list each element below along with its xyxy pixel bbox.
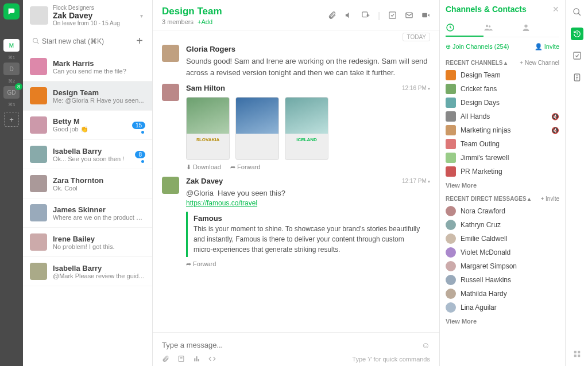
conversation-item[interactable]: Zara Thornton Ok. Cool: [23, 169, 152, 198]
workspace-shortcut: ⌘1: [8, 55, 15, 60]
mail-icon[interactable]: [405, 11, 413, 20]
audio-icon[interactable]: [345, 11, 353, 20]
join-channels-link[interactable]: ⊕ Join Channels (254): [446, 43, 509, 50]
forward-button[interactable]: ➦ Forward: [230, 163, 260, 171]
add-app-icon[interactable]: [361, 11, 370, 20]
avatar[interactable]: [162, 84, 179, 101]
poll-icon[interactable]: [193, 355, 200, 363]
channel-item[interactable]: All Hands 🔇: [446, 110, 559, 123]
conversation-item[interactable]: James Skinner Where are we on the produc…: [23, 198, 152, 228]
app-logo[interactable]: [3, 3, 20, 20]
channel-item[interactable]: Cricket fans: [446, 82, 559, 96]
conversation-item[interactable]: Isabella Barry Ok... See you soon then !…: [23, 140, 152, 169]
add-member-link[interactable]: +Add: [198, 18, 212, 25]
conversation-preview: Ok. Cool: [53, 185, 145, 192]
tab-people[interactable]: [521, 20, 559, 37]
svg-line-1: [37, 42, 38, 44]
tab-recent[interactable]: [446, 20, 483, 37]
conversation-item[interactable]: Mark Harris Can you send me the file?: [23, 52, 152, 81]
date-divider: TODAY: [403, 33, 430, 41]
todo-icon[interactable]: [388, 11, 397, 20]
message-text: Sounds good! Sam and Irene are working o…: [186, 56, 430, 78]
channel-item[interactable]: Jimmi's farewell: [446, 151, 559, 165]
channel-item[interactable]: PR Marketing: [446, 165, 559, 178]
tasks-icon[interactable]: [571, 49, 583, 62]
svg-point-16: [489, 25, 490, 27]
conversation-item[interactable]: Isabella Barry @Mark Please review the g…: [23, 257, 152, 286]
conversation-item[interactable]: Irene Bailey No problem! I got this.: [23, 228, 152, 257]
channel-name: Design Team: [461, 71, 501, 79]
svg-rect-7: [422, 13, 427, 18]
conversation-name: Mark Harris: [53, 59, 145, 68]
self-avatar[interactable]: [30, 6, 48, 25]
dm-name: Russell Hawkins: [461, 276, 511, 284]
compose-input[interactable]: [162, 337, 421, 353]
invite-link[interactable]: 👤 Invite: [535, 43, 559, 50]
conversation-sidebar: Flock Designers Zak Davey On leave from …: [23, 0, 153, 366]
channel-item[interactable]: Design Days: [446, 96, 559, 110]
code-icon[interactable]: [208, 355, 216, 363]
avatar[interactable]: [162, 45, 179, 62]
conversation-preview: No problem! I got this.: [53, 243, 145, 250]
user-menu-chevron-icon[interactable]: ▾: [138, 10, 145, 21]
chat-message: Gloria Rogers Sounds good! Sam and Irene…: [162, 45, 430, 78]
team-name: Flock Designers: [53, 5, 138, 11]
workspace-gd[interactable]: GD 8: [3, 86, 20, 99]
dm-item[interactable]: Lina Aguilar: [446, 301, 559, 314]
history-icon[interactable]: [571, 28, 583, 40]
conversation-item[interactable]: Betty M Good job 👏 15: [23, 111, 152, 140]
dm-item[interactable]: Nora Crawford: [446, 204, 559, 218]
channel-item[interactable]: Design Team: [446, 68, 559, 82]
close-icon[interactable]: ✕: [552, 5, 559, 14]
dm-invite-button[interactable]: + Invite: [540, 196, 559, 202]
new-chat-button[interactable]: +: [134, 33, 145, 49]
forward-button[interactable]: ➦ Forward: [186, 260, 216, 268]
channel-name: Jimmi's farewell: [461, 154, 509, 162]
emoji-icon[interactable]: ☺: [421, 340, 430, 350]
dm-avatar: [446, 247, 456, 258]
dm-item[interactable]: Margaret Simpson: [446, 259, 559, 273]
channel-item[interactable]: Team Outing: [446, 137, 559, 151]
message-time[interactable]: 12:16 PM: [402, 85, 430, 91]
dm-item[interactable]: Violet McDonald: [446, 246, 559, 259]
add-workspace-button[interactable]: +: [4, 112, 19, 127]
attachment-thumbnail[interactable]: ICELAND: [285, 97, 328, 160]
avatar[interactable]: [162, 177, 179, 194]
dm-item[interactable]: Russell Hawkins: [446, 273, 559, 287]
workspace-d[interactable]: D: [3, 63, 20, 75]
video-icon[interactable]: [421, 11, 430, 20]
dm-item[interactable]: Mathilda Hardy: [446, 287, 559, 301]
sidebar-search-row: +: [23, 30, 152, 52]
svg-line-19: [578, 13, 581, 15]
message-link[interactable]: https://famous.co/travel: [186, 199, 430, 207]
view-more-link[interactable]: View More: [446, 318, 559, 325]
channel-avatar: [446, 98, 456, 108]
compose-hint: Type '/' for quick commands: [352, 356, 430, 363]
dm-item[interactable]: Emilie Caldwell: [446, 232, 559, 246]
chat-title[interactable]: Design Team: [162, 6, 222, 17]
view-more-link[interactable]: View More: [446, 182, 559, 189]
message-time[interactable]: 12:17 PM: [402, 178, 430, 184]
sidebar-header: Flock Designers Zak Davey On leave from …: [23, 0, 152, 30]
channel-item[interactable]: Marketing ninjas 🔇: [446, 123, 559, 137]
note-icon[interactable]: [177, 355, 185, 363]
tab-groups[interactable]: [483, 20, 521, 37]
global-search-icon[interactable]: [571, 6, 583, 18]
chat-header-icons: |: [328, 11, 430, 20]
conversation-list: Mark Harris Can you send me the file? De…: [23, 52, 152, 366]
workspace-rail: M ⌘1 D ⌘2 GD 8 ⌘3 +: [0, 0, 23, 366]
download-button[interactable]: ⬇ Download: [186, 163, 221, 171]
workspace-m[interactable]: M: [3, 39, 20, 52]
dm-name: Violet McDonald: [461, 248, 510, 256]
attachment-icon[interactable]: [328, 11, 336, 20]
new-channel-button[interactable]: + New Channel: [520, 60, 559, 66]
attach-icon[interactable]: [162, 355, 169, 363]
conversation-item[interactable]: Design Team Me: @Gloria R Have you seen.…: [23, 81, 152, 111]
attachment-thumbnail[interactable]: [235, 97, 279, 160]
attachment-thumbnail[interactable]: SLOVAKIA: [186, 97, 230, 160]
dm-item[interactable]: Kathryn Cruz: [446, 218, 559, 232]
mention[interactable]: @Gloria: [186, 189, 214, 197]
apps-grid-icon[interactable]: [571, 348, 583, 360]
search-input[interactable]: [42, 37, 134, 45]
notes-icon[interactable]: [571, 71, 583, 84]
